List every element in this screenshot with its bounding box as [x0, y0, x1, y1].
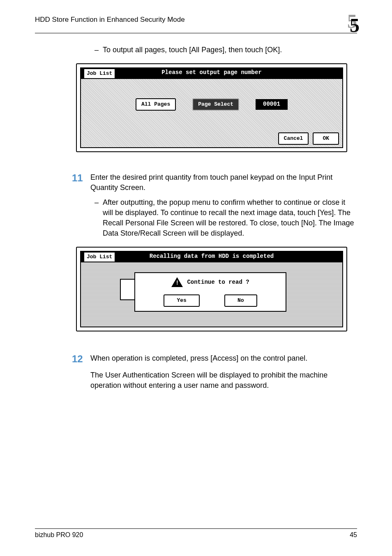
all-pages-button[interactable]: All Pages	[136, 98, 176, 111]
cancel-button[interactable]: Cancel	[278, 132, 309, 145]
ok-button[interactable]: OK	[313, 132, 339, 145]
page-number: 45	[350, 531, 357, 540]
step-12-para2: The User Authentication Screen will be d…	[90, 370, 357, 391]
intro-bullet: – To output all pages, touch [All Pages]…	[90, 45, 357, 55]
step-11-sub: – After outputting, the popup menu to co…	[90, 197, 357, 239]
step-text: Enter the desired print quantity from to…	[90, 171, 357, 193]
dialog-title: Recalling data from HDD is completed	[150, 253, 274, 261]
step-11: 11 Enter the desired print quantity from…	[72, 171, 357, 193]
job-list-tab[interactable]: Job List	[83, 68, 115, 79]
step-12: 12 When operation is completed, press [A…	[72, 352, 357, 366]
chapter-number: 5 5	[334, 12, 357, 32]
running-head: HDD Store Function in Enhanced Security …	[35, 12, 185, 25]
screenshot-continue-read: Job List Recalling data from HDD is comp…	[76, 247, 347, 331]
warning-icon: !	[171, 277, 183, 287]
no-button[interactable]: No	[224, 294, 257, 307]
step-number: 12	[72, 352, 90, 366]
page-select-button[interactable]: Page Select	[192, 98, 239, 111]
document-icon	[120, 279, 136, 300]
job-list-tab[interactable]: Job List	[83, 252, 115, 262]
yes-button[interactable]: Yes	[164, 294, 199, 307]
dialog-title: Please set output page number	[161, 69, 262, 77]
step-text: When operation is completed, press [Acce…	[90, 352, 357, 366]
page-header: HDD Store Function in Enhanced Security …	[35, 12, 357, 33]
page-footer: bizhub PRO 920 45	[35, 528, 357, 540]
screenshot-output-page: Job List Please set output page number A…	[76, 63, 347, 152]
continue-dialog: ! Continue to read ? Yes No	[134, 272, 286, 312]
page-number-readout: 00001	[256, 99, 288, 110]
product-name: bizhub PRO 920	[35, 531, 83, 540]
dialog-prompt: Continue to read ?	[187, 278, 249, 287]
step-number: 11	[72, 171, 90, 193]
